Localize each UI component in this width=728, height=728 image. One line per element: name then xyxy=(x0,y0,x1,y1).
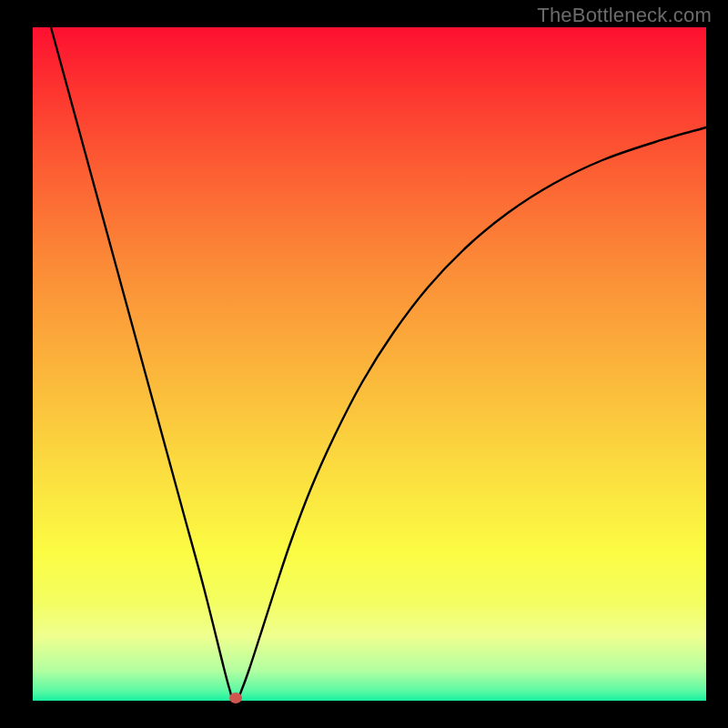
minimum-marker xyxy=(229,693,242,703)
watermark-text: TheBottleneck.com xyxy=(537,4,712,27)
chart-frame: { "watermark": "TheBottleneck.com", "col… xyxy=(0,0,728,728)
bottleneck-chart xyxy=(0,0,728,728)
plot-background xyxy=(33,27,706,701)
